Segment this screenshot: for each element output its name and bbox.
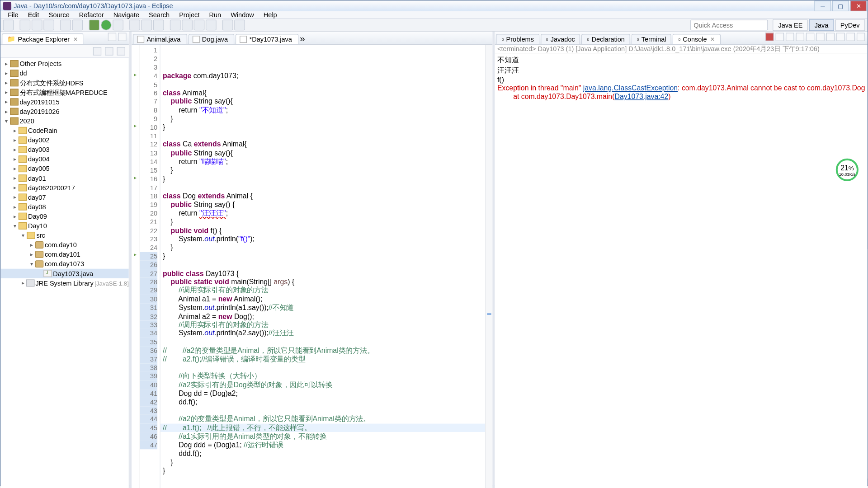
editor-tab[interactable]: Dog.java xyxy=(189,34,235,44)
menu-refactor[interactable]: Refactor xyxy=(74,11,108,19)
tree-item[interactable]: ▸day08 xyxy=(0,202,129,211)
maximize-console-button[interactable] xyxy=(857,33,865,41)
marker-ruler[interactable]: ▸ ▸ ▸ ▸ xyxy=(132,45,140,488)
tree-item[interactable]: ▸JRE System Library[JavaSE-1.8] xyxy=(0,278,129,288)
maximize-view-button[interactable] xyxy=(118,33,126,41)
minimize-console-button[interactable] xyxy=(847,33,855,41)
annotate-button[interactable] xyxy=(194,20,205,31)
tree-item[interactable]: ▸day004 xyxy=(0,155,129,164)
open-console-button[interactable] xyxy=(836,33,844,41)
debug-button[interactable] xyxy=(89,20,99,31)
minimize-view-button[interactable] xyxy=(108,33,116,41)
view-menu-button[interactable] xyxy=(117,47,125,55)
perspective-java[interactable]: Java xyxy=(809,19,834,31)
perspective-pydev[interactable]: PyDev xyxy=(835,19,865,31)
toggle-button[interactable] xyxy=(60,20,71,31)
remove-launch-button[interactable] xyxy=(776,33,784,41)
new-package-button[interactable] xyxy=(129,20,140,31)
line-numbers[interactable]: 1234567891011121314151617181920212223242… xyxy=(140,45,160,488)
pin-button[interactable] xyxy=(206,20,217,31)
scroll-lock-button[interactable] xyxy=(806,33,814,41)
perspective-javaee[interactable]: Java EE xyxy=(773,19,808,31)
show-list-button[interactable]: » xyxy=(300,33,305,43)
tree-item[interactable]: ▸com.day101 xyxy=(0,250,129,259)
tab-package-explorer[interactable]: 📁 Package Explorer ✕ xyxy=(2,33,83,44)
view-tab-console[interactable]: ▫Console✕ xyxy=(673,34,721,44)
tree-item[interactable]: ▾src xyxy=(0,230,129,240)
maximize-button[interactable]: ▢ xyxy=(832,0,849,11)
overview-ruler[interactable] xyxy=(486,45,493,488)
menu-navigate[interactable]: Navigate xyxy=(108,11,144,19)
view-tab-terminal[interactable]: ▫Terminal xyxy=(631,34,671,44)
tree-item[interactable]: ▸day002 xyxy=(0,135,129,145)
tree-item[interactable]: ▸dd xyxy=(0,69,129,78)
quick-access-input[interactable] xyxy=(691,20,768,31)
tree-item[interactable]: ▸day01 xyxy=(0,174,129,183)
clear-console-button[interactable] xyxy=(796,33,804,41)
close-icon[interactable]: ✕ xyxy=(73,36,78,42)
package-tree[interactable]: ▸Other Projects▸dd▸分布式文件系统HDFS▸分布式编程框架MA… xyxy=(0,58,129,488)
tree-item[interactable]: Day1073.java xyxy=(0,269,129,278)
forward-button[interactable] xyxy=(234,20,245,31)
tree-item[interactable]: ▾Day10 xyxy=(0,221,129,230)
tree-item[interactable]: ▾2020 xyxy=(0,116,129,126)
window-titlebar: Java - Day10/src/com/day1073/Day1073.jav… xyxy=(0,0,867,11)
menu-edit[interactable]: Edit xyxy=(23,11,44,19)
stacktrace-link[interactable]: Day1073.java:42 xyxy=(614,92,668,100)
package-explorer-icon: 📁 xyxy=(7,35,15,43)
remove-all-button[interactable] xyxy=(786,33,794,41)
view-tab-problems[interactable]: ▫Problems xyxy=(496,34,539,44)
new-class-button[interactable] xyxy=(142,20,152,31)
save-all-button[interactable] xyxy=(32,20,42,31)
pin-console-button[interactable] xyxy=(816,33,824,41)
tree-item[interactable]: ▸day003 xyxy=(0,145,129,154)
run-button[interactable] xyxy=(101,20,112,31)
collapse-all-button[interactable] xyxy=(93,47,101,55)
menu-search[interactable]: Search xyxy=(144,11,175,19)
tree-item[interactable]: ▸Other Projects xyxy=(0,59,129,69)
tree-item[interactable]: ▸分布式文件系统HDFS xyxy=(0,78,129,88)
menu-source[interactable]: Source xyxy=(44,11,74,19)
editor-tab[interactable]: *Day1073.java xyxy=(236,34,298,44)
task-button[interactable] xyxy=(182,20,193,31)
main-toolbar: Java EEJavaPyDev xyxy=(0,19,867,32)
back-button[interactable] xyxy=(222,20,233,31)
view-tab-declaration[interactable]: ▫Declaration xyxy=(581,34,630,44)
close-button[interactable]: ✕ xyxy=(850,0,867,11)
new-button[interactable] xyxy=(3,20,14,31)
menu-window[interactable]: Window xyxy=(226,11,259,19)
coverage-button[interactable] xyxy=(113,20,123,31)
console-output[interactable]: 不知道 汪汪汪 f() Exception in thread "main" j… xyxy=(495,54,868,488)
window-title: Java - Day10/src/com/day1073/Day1073.jav… xyxy=(14,2,173,9)
tree-item[interactable]: ▸CodeRain xyxy=(0,126,129,135)
minimize-button[interactable]: ─ xyxy=(814,0,831,11)
tree-item[interactable]: ▸day07 xyxy=(0,192,129,202)
speed-widget[interactable]: 21% 10.03K/s xyxy=(836,159,859,181)
print-button[interactable] xyxy=(43,20,54,31)
save-button[interactable] xyxy=(20,20,31,31)
tree-item[interactable]: ▸day0620200217 xyxy=(0,183,129,192)
tree-item[interactable]: ▸day005 xyxy=(0,164,129,174)
tree-item[interactable]: ▸分布式编程框架MAPREDUCE xyxy=(0,88,129,97)
tree-item[interactable]: ▸day20191015 xyxy=(0,97,129,107)
menubar: FileEditSourceRefactorNavigateSearchProj… xyxy=(0,11,867,19)
search-button[interactable] xyxy=(170,20,181,31)
eclipse-icon xyxy=(3,2,11,10)
open-type-button[interactable] xyxy=(153,20,164,31)
build-button[interactable] xyxy=(72,20,83,31)
display-button[interactable] xyxy=(826,33,835,41)
terminate-button[interactable] xyxy=(765,33,774,41)
editor-tab[interactable]: Animal.java xyxy=(133,34,187,44)
tree-item[interactable]: ▾com.day1073 xyxy=(0,259,129,269)
exception-link[interactable]: java.lang.ClassCastException xyxy=(583,84,678,92)
menu-file[interactable]: File xyxy=(3,11,23,19)
tree-item[interactable]: ▸com.day10 xyxy=(0,240,129,249)
tree-item[interactable]: ▸Day09 xyxy=(0,211,129,221)
view-tab-javadoc[interactable]: ▫Javadoc xyxy=(540,34,580,44)
menu-run[interactable]: Run xyxy=(204,11,226,19)
menu-project[interactable]: Project xyxy=(175,11,204,19)
menu-help[interactable]: Help xyxy=(259,11,282,19)
tree-item[interactable]: ▸day20191026 xyxy=(0,107,129,116)
link-editor-button[interactable] xyxy=(105,47,113,55)
code-editor[interactable]: package com.day1073; class Animal{ publi… xyxy=(160,45,486,488)
